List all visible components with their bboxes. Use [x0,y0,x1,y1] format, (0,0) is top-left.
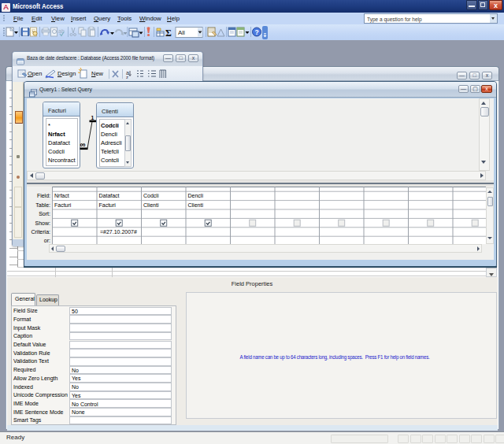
svg-text:z: z [126,75,128,80]
svg-text:Σ: Σ [165,28,172,39]
svg-text:∞: ∞ [80,140,86,149]
svg-text:?: ? [255,28,259,36]
svg-text:All: All [178,29,185,36]
svg-text:1: 1 [91,115,94,120]
